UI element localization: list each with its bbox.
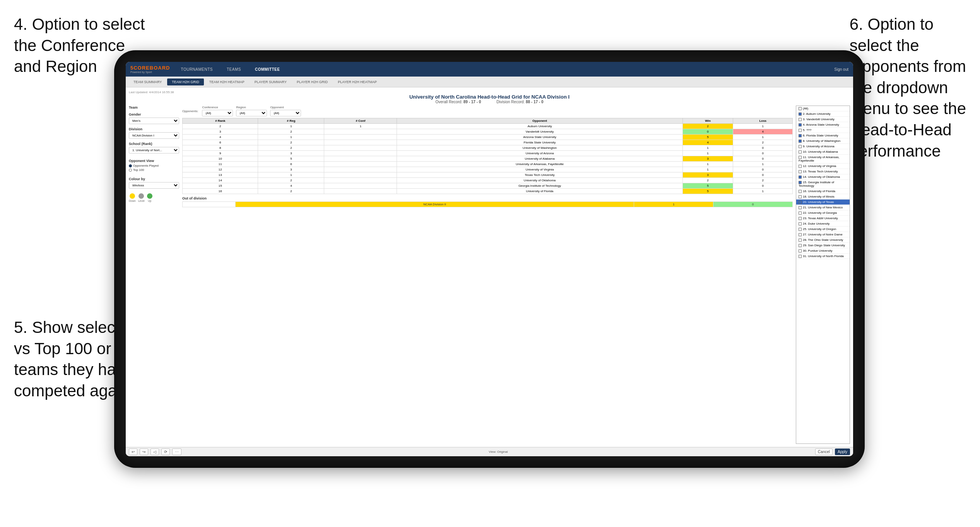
subnav-team-summary[interactable]: TEAM SUMMARY [129, 78, 166, 85]
dropdown-item[interactable]: 15. Georgia Institute of Technology [796, 180, 850, 189]
opponent-select[interactable]: (All) [270, 110, 301, 116]
back-button[interactable]: ◁ [151, 449, 159, 455]
legend-level-circle [139, 193, 144, 199]
division-section: Division NCAA Division I [129, 127, 179, 139]
legend-up-circle [147, 193, 152, 199]
col-conf: # Conf [324, 118, 397, 124]
dropdown-item[interactable]: 31. University of North Florida [796, 254, 850, 259]
left-panel: Team Gender Men's Division NCAA Division… [129, 106, 179, 444]
subnav-player-summary[interactable]: PLAYER SUMMARY [250, 78, 291, 85]
dropdown-item[interactable]: 27. University of Notre Dame [796, 232, 850, 237]
check-box [799, 140, 802, 143]
check-box [799, 165, 802, 168]
dropdown-item[interactable]: 21. University of New Mexico [796, 205, 850, 210]
dropdown-item[interactable]: 12. University of Virginia [796, 164, 850, 169]
dropdown-item[interactable]: 14. University of Oklahoma [796, 174, 850, 180]
gender-select[interactable]: Men's [129, 118, 179, 124]
table-row: 3 2 Vanderbilt University 0 4 [183, 129, 793, 135]
dropdown-item[interactable]: 10. University of Alabama [796, 149, 850, 155]
app-container: 5COREBOARD Powered by Sport TOURNAMENTS … [126, 62, 853, 456]
dropdown-item[interactable]: 6. Florida State University [796, 133, 850, 138]
nav-signout[interactable]: Sign out [834, 67, 848, 72]
dropdown-item[interactable]: 4. Arizona State University [796, 122, 850, 128]
dropdown-item[interactable]: 23. Texas A&M University [796, 216, 850, 221]
table-row: 15 4 Georgia Institute of Technology 5 0 [183, 183, 793, 189]
check-box [799, 239, 802, 242]
out-of-division-label-cell: NCAA Division II [236, 202, 634, 207]
colour-section: Colour by Win/loss [129, 177, 179, 189]
check-box [799, 249, 802, 252]
opponents-label: Opponents: [182, 109, 198, 113]
table-area: Opponents: Conference (All) Region ( [182, 106, 793, 444]
dropdown-item[interactable]: 11. University of Arkansas, Fayetteville [796, 155, 850, 164]
undo-button[interactable]: ↩ [129, 449, 137, 455]
more-button[interactable]: ⋯ [172, 449, 181, 455]
legend-up: Up [147, 193, 152, 202]
redo-button[interactable]: ↪ [140, 449, 148, 455]
school-label: School (Rank) [129, 142, 179, 146]
dropdown-item[interactable]: 22. University of Georgia [796, 210, 850, 216]
dropdown-item[interactable]: 18. University of Illinois [796, 194, 850, 200]
dropdown-item[interactable]: 24. Duke University [796, 221, 850, 227]
dropdown-item[interactable]: 5. ??? [796, 128, 850, 133]
radio-top100[interactable]: Top 100 [129, 168, 179, 172]
cancel-button[interactable]: Cancel [815, 449, 833, 455]
view-label: View: Original [489, 450, 508, 454]
check-box [799, 195, 802, 198]
dropdown-item[interactable]: 2. Auburn University [796, 111, 850, 117]
dropdown-item[interactable]: (All) [796, 106, 850, 111]
division-select[interactable]: NCAA Division I [129, 132, 179, 139]
conference-filter: Conference (All) [202, 106, 233, 116]
dropdown-item[interactable]: 29. San Diego State University [796, 243, 850, 248]
check-box [799, 228, 802, 231]
refresh-button[interactable]: ⟳ [161, 449, 170, 455]
opponent-view-section: Opponent View Opponents Played Top 100 [129, 159, 179, 172]
subnav-player-h2h-grid[interactable]: PLAYER H2H GRID [292, 78, 332, 85]
col-loss: Loss [733, 118, 793, 124]
col-rank: # Rank [183, 118, 258, 124]
gender-section: Gender Men's [129, 113, 179, 124]
dropdown-item[interactable]: 30. Purdue University [796, 248, 850, 254]
nav-teams[interactable]: TEAMS [224, 66, 244, 73]
main-content: Last Updated: 4/4/2014 16:55:38 Universi… [126, 87, 853, 447]
check-box [799, 107, 802, 110]
table-row: 12 3 University of Virginia 1 0 [183, 167, 793, 172]
check-box [799, 255, 802, 258]
dropdown-item[interactable]: 8. University of Washington [796, 138, 850, 144]
nav-tournaments[interactable]: TOURNAMENTS [178, 66, 216, 73]
team-label: Team [129, 106, 179, 109]
school-select[interactable]: 1. University of Nort... [129, 147, 179, 153]
report-header: Last Updated: 4/4/2014 16:55:38 Universi… [129, 90, 850, 104]
subnav-team-h2h-grid[interactable]: TEAM H2H GRID [167, 78, 204, 85]
apply-button[interactable]: Apply [835, 449, 850, 455]
logo-text: 5COREBOARD [130, 65, 170, 71]
table-row: 11 6 University of Arkansas, Fayettevill… [183, 162, 793, 167]
colour-select[interactable]: Win/loss [129, 182, 179, 189]
dropdown-item[interactable]: 13. Texas Tech University [796, 169, 850, 174]
table-row: 6 2 Florida State University 4 2 [183, 140, 793, 145]
filters-row: Opponents: Conference (All) Region ( [182, 106, 793, 116]
dropdown-item[interactable]: 16. University of Florida [796, 189, 850, 194]
check-box [799, 176, 802, 179]
tablet-screen: 5COREBOARD Powered by Sport TOURNAMENTS … [126, 62, 853, 456]
dropdown-item[interactable]: 3. Vanderbilt University [796, 117, 850, 122]
out-of-division-table: NCAA Division II 1 0 [182, 201, 793, 207]
check-box [799, 206, 802, 209]
radio-opponents-played[interactable]: Opponents Played [129, 164, 179, 167]
dropdown-item[interactable]: 9. University of Arizona [796, 144, 850, 149]
subnav-team-h2h-heatmap[interactable]: TEAM H2H HEATMAP [205, 78, 249, 85]
table-row: 2 1 1 Auburn University 2 1 [183, 124, 793, 129]
dropdown-item[interactable]: 20. University of Texas [796, 200, 850, 205]
dropdown-item[interactable]: 28. The Ohio State University [796, 237, 850, 243]
dropdown-item[interactable]: 25. University of Oregon [796, 227, 850, 232]
table-row: 4 1 Arizona State University 5 1 [183, 135, 793, 140]
nav-committee[interactable]: COMMITTEE [252, 66, 283, 73]
table-row: 14 2 University of Oklahoma 2 2 [183, 178, 793, 183]
subnav-player-h2h-heatmap[interactable]: PLAYER H2H HEATMAP [333, 78, 381, 85]
table-row: 9 3 University of Arizona 1 0 [183, 151, 793, 156]
out-of-division-label: Out of division [182, 196, 793, 200]
check-box [799, 123, 802, 126]
region-select[interactable]: (All) [236, 110, 267, 116]
opponent-dropdown[interactable]: (All)2. Auburn University3. Vanderbilt U… [796, 106, 850, 444]
conference-select[interactable]: (All) [202, 110, 233, 116]
